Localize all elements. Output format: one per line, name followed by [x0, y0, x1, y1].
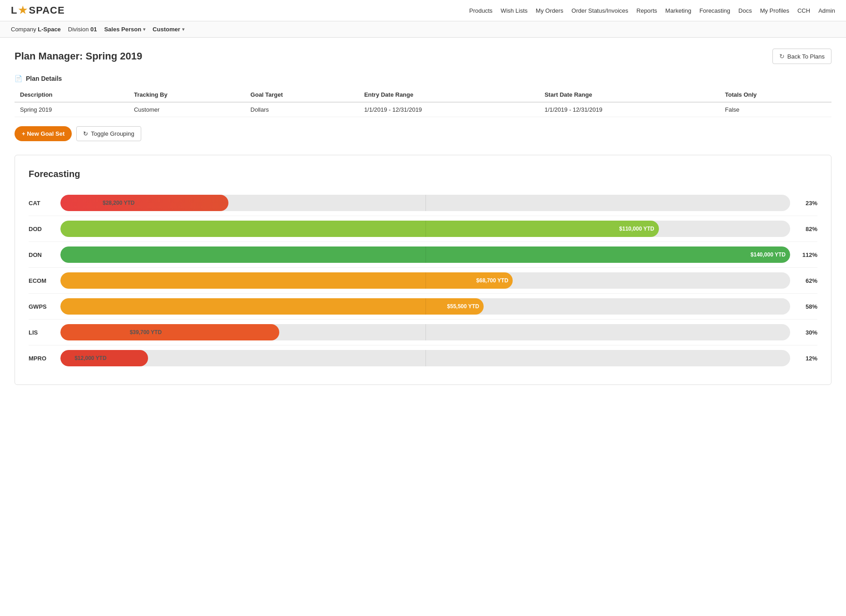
toggle-grouping-button[interactable]: ↻ Toggle Grouping [76, 126, 141, 141]
forecasting-section: Forecasting CAT$28,200 YTD23%DOD$110,000… [15, 155, 831, 385]
breadcrumb-customer[interactable]: Customer ▾ [153, 26, 184, 33]
col-totals-only: Totals Only [719, 88, 831, 102]
action-buttons: + New Goal Set ↻ Toggle Grouping [15, 126, 831, 141]
nav-order-status[interactable]: Order Status/Invoices [572, 7, 628, 14]
chart-bar-percent-dod: 82% [790, 226, 817, 232]
col-description: Description [15, 88, 129, 102]
sales-person-chevron-icon: ▾ [143, 27, 145, 32]
logo: L★SPACE [11, 5, 65, 16]
chart-bar-outside-label: $12,000 YTD [71, 355, 107, 361]
nav-my-profiles[interactable]: My Profiles [760, 7, 789, 14]
nav-wish-lists[interactable]: Wish Lists [501, 7, 528, 14]
toggle-grouping-icon: ↻ [83, 130, 88, 137]
logo-star: ★ [18, 5, 28, 16]
page-header-row: Plan Manager: Spring 2019 ↻ Back To Plan… [15, 49, 831, 64]
chart-bar-container-lis: $39,700 YTD [60, 324, 790, 340]
page-content: Plan Manager: Spring 2019 ↻ Back To Plan… [0, 38, 846, 396]
header: L★SPACE Products Wish Lists My Orders Or… [0, 0, 846, 21]
chart-bar-percent-ecom: 62% [790, 277, 817, 284]
chart-bar-container-cat: $28,200 YTD [60, 195, 790, 211]
chart-bar-label-dod: DOD [29, 226, 60, 232]
col-entry-date-range: Entry Date Range [359, 88, 539, 102]
chart-row: GWPS$55,500 YTD58% [29, 294, 817, 320]
nav-marketing[interactable]: Marketing [665, 7, 691, 14]
chart-bar-label-cat: CAT [29, 200, 60, 207]
cell-tracking-by: Customer [129, 102, 245, 117]
plan-details-title: Plan Details [26, 75, 62, 82]
nav-docs[interactable]: Docs [738, 7, 752, 14]
breadcrumb-sales-person[interactable]: Sales Person ▾ [104, 26, 145, 33]
nav-products[interactable]: Products [469, 7, 492, 14]
plan-details-table: Description Tracking By Goal Target Entr… [15, 88, 831, 117]
breadcrumb-company: Company L-Space [11, 26, 61, 33]
chart-bar-percent-mpro: 12% [790, 355, 817, 362]
chart-bar-percent-don: 112% [790, 251, 817, 258]
forecasting-title: Forecasting [29, 169, 817, 179]
chart-bar-fill-cat: $28,200 YTD [60, 195, 228, 211]
chart-bar-percent-gwps: 58% [790, 303, 817, 310]
chart-row: ECOM$68,700 YTD62% [29, 268, 817, 294]
chart-rows: CAT$28,200 YTD23%DOD$110,000 YTD82%DON$1… [29, 190, 817, 371]
customer-chevron-icon: ▾ [182, 27, 184, 32]
breadcrumb-division: Division 01 [68, 26, 97, 33]
plan-details-section-header: 📄 Plan Details [15, 75, 831, 82]
chart-bar-label-ecom: ECOM [29, 277, 60, 284]
toggle-grouping-label: Toggle Grouping [91, 130, 134, 137]
chart-bar-container-don: $140,000 YTD [60, 246, 790, 263]
back-icon: ↻ [779, 53, 785, 60]
plan-details-icon: 📄 [15, 75, 22, 82]
nav-my-orders[interactable]: My Orders [536, 7, 564, 14]
col-start-date-range: Start Date Range [539, 88, 719, 102]
col-goal-target: Goal Target [245, 88, 359, 102]
chart-bar-container-dod: $110,000 YTD [60, 221, 790, 237]
chart-bar-fill-gwps: $55,500 YTD [60, 298, 484, 315]
chart-row: MPRO$12,000 YTD12% [29, 345, 817, 371]
chart-bar-outside-label: $28,200 YTD [99, 200, 135, 206]
chart-bar-fill-lis: $39,700 YTD [60, 324, 279, 340]
chart-bar-percent-cat: 23% [790, 200, 817, 207]
nav-admin[interactable]: Admin [818, 7, 835, 14]
chart-bar-percent-lis: 30% [790, 329, 817, 336]
chart-bar-fill-ecom: $68,700 YTD [60, 272, 513, 289]
chart-bar-fill-mpro: $12,000 YTD [60, 350, 148, 366]
chart-bar-label-don: DON [29, 251, 60, 258]
nav-cch[interactable]: CCH [797, 7, 810, 14]
main-nav: Products Wish Lists My Orders Order Stat… [469, 7, 835, 14]
chart-bar-label-lis: LIS [29, 329, 60, 336]
chart-row: CAT$28,200 YTD23% [29, 190, 817, 216]
chart-bar-outside-label: $39,700 YTD [126, 329, 162, 335]
page-title: Plan Manager: Spring 2019 [15, 50, 142, 62]
new-goal-set-label: + New Goal Set [22, 130, 64, 137]
chart-row: DON$140,000 YTD112% [29, 242, 817, 268]
cell-start-date-range: 1/1/2019 - 12/31/2019 [539, 102, 719, 117]
table-row: Spring 2019 Customer Dollars 1/1/2019 - … [15, 102, 831, 117]
chart-bar-fill-dod: $110,000 YTD [60, 221, 659, 237]
chart-row: DOD$110,000 YTD82% [29, 216, 817, 242]
nav-reports[interactable]: Reports [637, 7, 658, 14]
col-tracking-by: Tracking By [129, 88, 245, 102]
cell-goal-target: Dollars [245, 102, 359, 117]
cell-description: Spring 2019 [15, 102, 129, 117]
new-goal-set-button[interactable]: + New Goal Set [15, 126, 72, 141]
back-to-plans-button[interactable]: ↻ Back To Plans [772, 49, 831, 64]
chart-bar-label-gwps: GWPS [29, 303, 60, 310]
breadcrumb-bar: Company L-Space Division 01 Sales Person… [0, 21, 846, 38]
chart-bar-container-gwps: $55,500 YTD [60, 298, 790, 315]
chart-bar-label-mpro: MPRO [29, 355, 60, 362]
chart-row: LIS$39,700 YTD30% [29, 320, 817, 345]
chart-bar-container-mpro: $12,000 YTD [60, 350, 790, 366]
chart-bar-container-ecom: $68,700 YTD [60, 272, 790, 289]
back-button-label: Back To Plans [787, 53, 825, 60]
cell-totals-only: False [719, 102, 831, 117]
nav-forecasting[interactable]: Forecasting [699, 7, 730, 14]
cell-entry-date-range: 1/1/2019 - 12/31/2019 [359, 102, 539, 117]
